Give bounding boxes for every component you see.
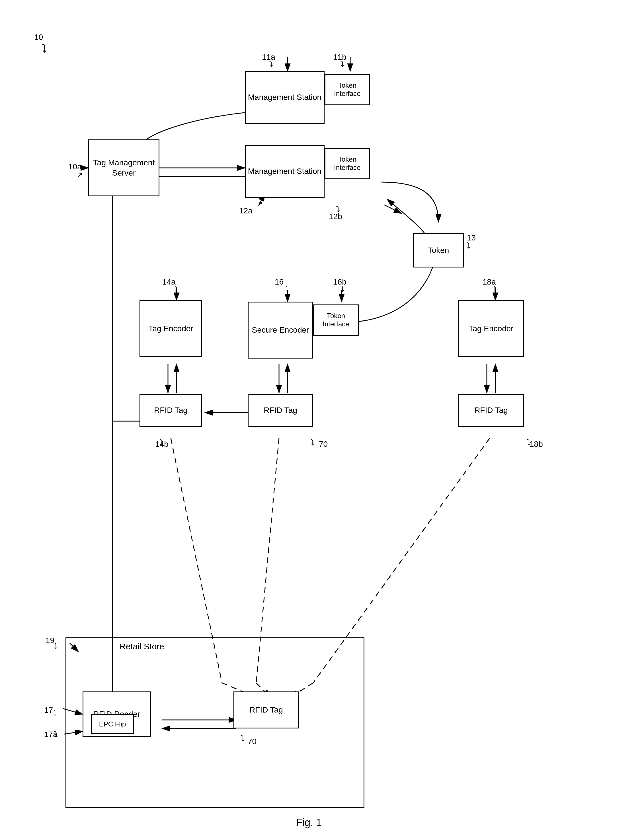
ref-19-label: 19 [46, 636, 54, 645]
ref-70-mid-label: 70 [319, 440, 328, 449]
rfid-tag-left-box: RFID Tag [139, 394, 202, 427]
rfid-tag-right-box: RFID Tag [458, 394, 524, 427]
ref-12a-label: 12a [239, 206, 253, 216]
ref-16-arrow: ⤵ [285, 284, 289, 294]
tag-encoder-right-label: Tag Encoder [469, 324, 513, 334]
ref-18b-label: 18b [530, 440, 543, 449]
token-box: Token [413, 233, 464, 267]
management-station-top-box: Management Station [245, 71, 325, 124]
rfid-tag-mid-box: RFID Tag [248, 394, 313, 427]
ref-18b-arrow: ⤵ [527, 438, 531, 447]
ref-14b-arrow: ⤵ [160, 438, 163, 447]
token-interface-mid-label: Token Interface [325, 155, 369, 172]
tag-management-server-box: Tag Management Server [88, 139, 160, 196]
ref-70-bottom-arrow: ⤵ [240, 734, 245, 743]
epc-flip-label: EPC Flip [99, 720, 126, 728]
management-station-mid-label: Management Station [248, 166, 322, 176]
ref-13-brace: ⤵ [466, 241, 470, 251]
ref-10-label: 10 [34, 33, 43, 42]
ref-10-brace: ⤵ [41, 42, 47, 55]
fig-label: Fig. 1 [296, 817, 322, 829]
rfid-tag-left-label: RFID Tag [154, 405, 187, 415]
tag-encoder-right-box: Tag Encoder [458, 300, 524, 357]
ref-17-label: 17 [44, 706, 53, 715]
ref-16-label: 16 [275, 278, 283, 287]
ref-14a-arrow: ⤵ [174, 284, 178, 294]
retail-store-label: Retail Store [120, 642, 164, 652]
tag-management-server-label: Tag Management Server [89, 158, 158, 179]
ref-18a-arrow: ⤵ [493, 284, 496, 294]
management-station-top-label: Management Station [248, 92, 322, 102]
rfid-tag-bottom-box: RFID Tag [234, 691, 299, 728]
ref-11b-label: 11b [333, 53, 347, 62]
secure-encoder-label: Secure Encoder [252, 325, 309, 335]
ref-12b-label: 12b [329, 212, 342, 221]
ref-12b-arrow: ⤵ [336, 205, 340, 214]
ref-17a-brace: ⤵ [53, 730, 58, 739]
ref-70-mid-arrow: ⤵ [310, 438, 314, 447]
rfid-tag-mid-label: RFID Tag [264, 405, 297, 415]
rfid-tag-bottom-label: RFID Tag [250, 705, 283, 715]
secure-encoder-box: Secure Encoder [248, 302, 313, 359]
management-station-mid-box: Management Station [245, 145, 325, 198]
token-interface-mid-box: Token Interface [325, 148, 370, 179]
ref-11a-label: 11a [262, 53, 275, 62]
ref-16b-label: 16b [333, 278, 347, 287]
epc-flip-box: EPC Flip [91, 714, 134, 734]
ref-70-bottom-label: 70 [248, 737, 256, 746]
ref-12a-arrow: ↗ [256, 199, 263, 209]
tag-encoder-left-label: Tag Encoder [148, 324, 193, 334]
diagram: 10 ⤵ 10a ↗ Tag Management Server 11a ⤵ 1… [0, 0, 640, 840]
token-interface-enc-box: Token Interface [313, 305, 359, 336]
ref-11b-arrow: ⤵ [340, 60, 344, 69]
tag-encoder-left-box: Tag Encoder [139, 300, 202, 357]
ref-10a-arrow: ↗ [76, 170, 83, 180]
ref-17-brace: ⤵ [53, 709, 57, 718]
ref-11a-arrow: ⤵ [269, 60, 273, 69]
rfid-tag-right-label: RFID Tag [474, 405, 508, 415]
token-interface-top-label: Token Interface [325, 81, 369, 98]
token-interface-enc-label: Token Interface [314, 312, 358, 328]
token-interface-top-box: Token Interface [325, 74, 370, 105]
token-label: Token [428, 245, 449, 256]
ref-19-brace: ⤵ [53, 642, 58, 651]
ref-16b-arrow: ⤵ [340, 284, 344, 294]
